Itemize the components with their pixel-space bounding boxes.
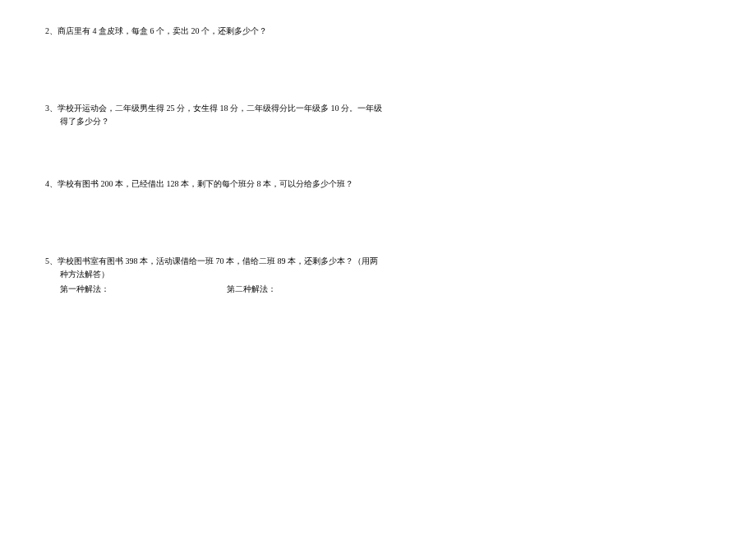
question-text: 学校有图书 200 本，已经借出 128 本，剩下的每个班分 8 本，可以分给多… (58, 178, 390, 191)
question-text: 商店里有 4 盒皮球，每盒 6 个，卖出 20 个，还剩多少个？ (58, 25, 390, 38)
solution-methods: 第一种解法： 第二种解法： (45, 283, 390, 296)
question-3: 3、 学校开运动会，二年级男生得 25 分，女生得 18 分，二年级得分比一年级… (45, 102, 390, 128)
question-number: 2、 (45, 25, 58, 38)
question-number: 4、 (45, 178, 58, 191)
question-text-line2: 种方法解答） (45, 268, 390, 281)
question-number: 3、 (45, 102, 58, 115)
question-4: 4、 学校有图书 200 本，已经借出 128 本，剩下的每个班分 8 本，可以… (45, 178, 390, 191)
method-2-label: 第二种解法： (227, 284, 276, 293)
question-2: 2、 商店里有 4 盒皮球，每盒 6 个，卖出 20 个，还剩多少个？ (45, 25, 390, 38)
question-text-line2: 得了多少分？ (45, 115, 390, 128)
question-text-line1: 学校图书室有图书 398 本，活动课借给一班 70 本，借给二班 89 本，还剩… (58, 255, 390, 268)
question-5: 5、 学校图书室有图书 398 本，活动课借给一班 70 本，借给二班 89 本… (45, 255, 390, 296)
question-number: 5、 (45, 255, 58, 268)
question-text-line1: 学校开运动会，二年级男生得 25 分，女生得 18 分，二年级得分比一年级多 1… (58, 102, 390, 115)
method-1-label: 第一种解法： (60, 284, 109, 293)
